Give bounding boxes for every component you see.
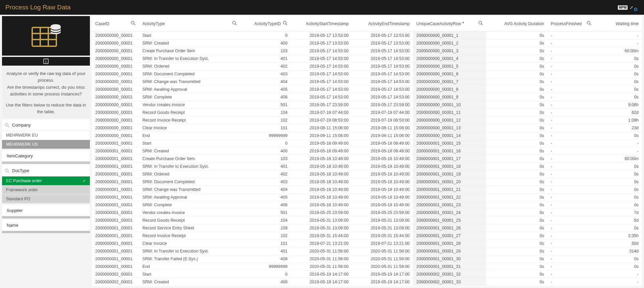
list-item[interactable]: MEHRWERK EU	[2, 131, 90, 140]
filter-itemcategory-header[interactable]: ItemCategory	[2, 150, 90, 162]
list-item[interactable]: EC Purchase order✓	[2, 176, 90, 186]
table-cell: 2019-05-18 10:49:00	[291, 193, 352, 201]
table-row[interactable]: 2000000000_00001SRM: Change was Transmit…	[92, 78, 642, 85]
data-table-container[interactable]: CaseIDActivityTypeActivityTypeIDActivity…	[92, 16, 642, 287]
table-row[interactable]: 2000000000_00001Record Invoice Receipt10…	[92, 116, 642, 124]
search-icon[interactable]	[283, 21, 287, 25]
column-header[interactable]: ActivityTypeID	[240, 16, 291, 31]
table-row[interactable]: 2000000000_00001SRM: Document Completed4…	[92, 70, 642, 78]
expand-icon[interactable]: ⤢	[630, 5, 633, 10]
table-cell: -	[547, 209, 595, 216]
filter-supplier-ruler[interactable]	[2, 216, 90, 218]
table-row[interactable]: 2000000001_00001SRM: Complete4062019-05-…	[92, 201, 642, 209]
table-row[interactable]: 2000000000_00001SRM: Ordered4022019-05-1…	[92, 62, 642, 70]
table-cell: 2000000000_00001	[92, 55, 139, 62]
column-header[interactable]: ProcessFinished	[547, 16, 595, 31]
table-row[interactable]: 2000000000_00001Record Goods Receipt1042…	[92, 109, 642, 116]
table-cell: 2019-05-18 10:49:00	[352, 170, 413, 178]
table-row[interactable]: 2000000001_00001Vendor creates invoice50…	[92, 209, 642, 216]
table-cell: SRM: Document Completed	[139, 70, 240, 78]
table-row[interactable]: 2000000002_00001SRM: Created4002019-05-1…	[92, 278, 642, 286]
table-row[interactable]: 2000000001_00001SRM: Created4002019-05-1…	[92, 147, 642, 155]
column-header[interactable]: AVG Activity Duration	[486, 16, 547, 31]
column-header[interactable]: ActivityStartTimestamp	[291, 16, 352, 31]
column-header[interactable]: ActivityEndTimestamp	[352, 16, 413, 31]
table-cell: 2020-05-31 11:58:00	[352, 263, 413, 270]
table-cell: 2019-05-17 14:53:00	[352, 85, 413, 93]
table-row[interactable]: 2000000001_00001SRM: Change was Transmit…	[92, 186, 642, 193]
info-icon	[43, 59, 49, 64]
column-header[interactable]: UniqueCaseActivityRow▲	[413, 16, 486, 31]
table-cell: 2000000001_00001_17	[413, 155, 486, 162]
table-row[interactable]: 2000000001_00001Record Invoice Receipt10…	[92, 232, 642, 239]
table-row[interactable]: 2000000000_00001SRM: In Transfer to Exec…	[92, 55, 642, 62]
table-row[interactable]: 2000000000_00001Clear Invoice1012019-08-…	[92, 124, 642, 132]
filter-doctype-header[interactable]: DocType	[2, 165, 90, 176]
table-cell: 0s	[486, 70, 547, 78]
search-icon[interactable]	[587, 21, 591, 25]
column-header-label: UniqueCaseActivityRow▲	[416, 21, 465, 26]
table-cell: -	[547, 170, 595, 178]
table-cell: 2000000001_00001_21	[413, 186, 486, 193]
table-row[interactable]: 2000000000_00001Start02019-05-17 13:53:0…	[92, 31, 642, 39]
table-row[interactable]: 2000000001_00001Clear Invoice1012019-07-…	[92, 239, 642, 247]
table-cell: 2019-05-17 13:53:00	[291, 39, 352, 47]
search-icon[interactable]	[232, 21, 237, 25]
list-item[interactable]: Framework order	[2, 186, 90, 195]
table-row[interactable]: 2000000001_00001Record Goods Receipt1042…	[92, 216, 642, 224]
table-row[interactable]: 2000000001_00001SRM: Transfer Failed (E.…	[92, 255, 642, 263]
table-cell: 0s	[595, 224, 642, 232]
table-row[interactable]: 2000000001_00001Start02019-05-18 09:49:0…	[92, 139, 642, 147]
table-cell: Create Purchase Order Item	[139, 155, 240, 162]
table-cell: SRM: Complete	[139, 93, 240, 101]
column-header[interactable]: ActivityType	[139, 16, 240, 31]
table-row[interactable]: 2000000001_00001Record Service Entry She…	[92, 224, 642, 232]
table-cell: 2019-05-18 10:49:00	[291, 162, 352, 170]
table-cell: 2019-05-17 14:53:00	[352, 70, 413, 78]
filter-itemcategory-ruler[interactable]	[2, 162, 90, 164]
table-row[interactable]: 2000000000_00001Create Purchase Order It…	[92, 47, 642, 55]
table-row[interactable]: 2000000000_00001SRM: Awaiting Approval40…	[92, 85, 642, 93]
table-row[interactable]: 2000000001_00001SRM: Ordered4022019-05-1…	[92, 170, 642, 178]
list-item[interactable]: MEHRWERK US	[2, 140, 90, 149]
table-row[interactable]: 2000000000_00001Vendor creates invoice50…	[92, 101, 642, 109]
table-cell: -	[547, 216, 595, 224]
table-cell: 23d	[595, 124, 642, 132]
table-cell: 2019-05-19 14:17:00	[352, 270, 413, 278]
table-cell: 501	[240, 209, 291, 216]
table-cell: -	[547, 132, 595, 139]
table-cell: 2000000000_00001_9	[413, 93, 486, 101]
table-row[interactable]: 2000000001_00001SRM: Document Completed4…	[92, 178, 642, 186]
table-row[interactable]: 2000000001_00001End999999992020-05-31 11…	[92, 263, 642, 270]
table-cell: 2000000000_00001	[92, 116, 139, 124]
info-bar[interactable]	[2, 57, 90, 66]
table-row[interactable]: 2000000001_00001SRM: In Transfer to Exec…	[92, 162, 642, 170]
table-cell: 408	[240, 255, 291, 263]
column-header[interactable]: CaseID	[92, 16, 139, 31]
search-icon[interactable]	[478, 21, 483, 25]
search-icon[interactable]	[131, 21, 136, 25]
table-cell: 0s	[486, 55, 547, 62]
table-row[interactable]: 2000000001_00001Create Purchase Order It…	[92, 155, 642, 162]
table-row[interactable]: 2000000000_00001SRM: Created4002019-05-1…	[92, 39, 642, 47]
table-cell: 0s	[486, 147, 547, 155]
table-cell: Start	[139, 270, 240, 278]
table-cell: 101	[240, 124, 291, 132]
table-cell: SRM: In Transfer to Execution Syst.	[139, 162, 240, 170]
filter-name-label: Name	[7, 223, 18, 228]
filter-company-header[interactable]: Company	[2, 120, 90, 131]
table-cell: 2000000000_00001	[92, 78, 139, 85]
column-header[interactable]: Waiting time	[595, 16, 642, 31]
table-cell: 0s	[486, 209, 547, 216]
filter-name-ruler[interactable]	[2, 231, 90, 233]
table-row[interactable]: 2000000000_00001End999999992019-08-11 15…	[92, 132, 642, 139]
filter-name-header[interactable]: Name	[2, 220, 90, 231]
table-row[interactable]: 2000000000_00001SRM: Complete4062019-05-…	[92, 93, 642, 101]
list-item[interactable]: Standard PO	[2, 195, 90, 204]
table-row[interactable]: 2000000001_00001SRM: In Transfer to Exec…	[92, 247, 642, 255]
table-row[interactable]: 2000000002_00001Start02019-05-19 14:17:0…	[92, 270, 642, 278]
table-row[interactable]: 2000000001_00001SRM: Awaiting Approval40…	[92, 193, 642, 201]
filter-supplier-header[interactable]: Supplier	[2, 205, 90, 216]
table-cell: 2019-05-18 10:49:00	[352, 162, 413, 170]
table-cell: 2019-07-21 13:21:00	[291, 239, 352, 247]
